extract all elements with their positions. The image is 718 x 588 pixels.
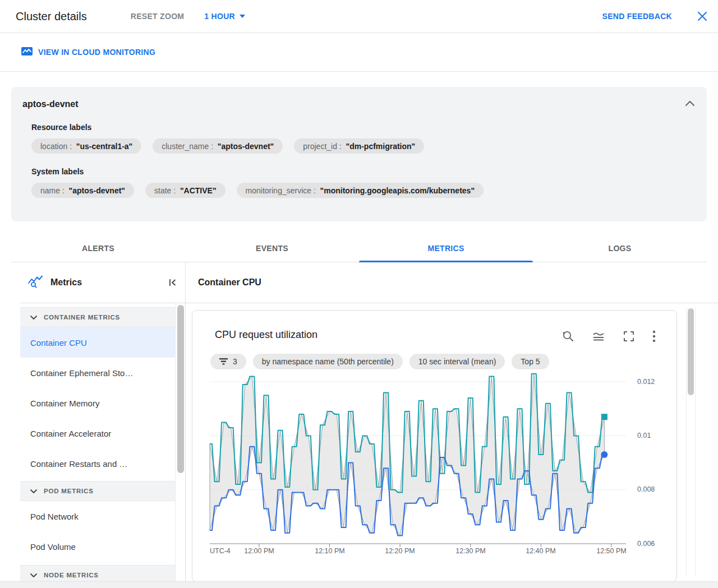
close-icon[interactable] <box>697 11 708 22</box>
sidebar-item-container-ephemeral-storage[interactable]: Container Ephemeral Sto… <box>20 358 176 388</box>
collapse-sidebar-icon[interactable] <box>168 278 177 287</box>
x-axis-tick: 12:30 PM <box>451 547 490 555</box>
sidebar-item-pod-volume[interactable]: Pod Volume <box>20 531 176 562</box>
chip-value: "aptos-devnet" <box>218 142 274 151</box>
x-axis-tick: 12:10 PM <box>310 547 349 555</box>
chip-value: "monitoring.googleapis.com/kubernetes" <box>320 186 475 195</box>
chip-key: project_id <box>303 142 346 151</box>
chart-filter-chips: 3 by namespace name (50th percentile) 10… <box>210 354 676 369</box>
sidebar-item-container-restarts[interactable]: Container Restarts and … <box>20 448 176 479</box>
sidebar-scrollbar-thumb[interactable] <box>177 305 184 473</box>
filter-count-chip[interactable]: 3 <box>210 354 246 369</box>
sidebar-header: Metrics <box>20 262 185 303</box>
main-panel: Container CPU CPU request utilization <box>186 262 718 583</box>
resource-labels-title: Resource labels <box>31 123 696 132</box>
sidebar-rows: CONTAINER METRICS Container CPU Containe… <box>20 307 176 583</box>
section-node-metrics[interactable]: NODE METRICS <box>20 565 176 583</box>
chip-key: state <box>154 186 180 195</box>
section-container-metrics[interactable]: CONTAINER METRICS <box>20 307 176 327</box>
label-chip-state[interactable]: state"ACTIVE" <box>145 183 225 198</box>
send-feedback-button[interactable]: SEND FEEDBACK <box>602 12 672 21</box>
chip-value: "us-central1-a" <box>76 142 132 151</box>
monitoring-chart-icon <box>21 47 33 57</box>
metrics-icon <box>28 275 43 290</box>
page-bottom-strip <box>0 581 718 588</box>
header: Cluster details RESET ZOOM 1 HOUR SEND F… <box>0 0 718 33</box>
sidebar-title: Metrics <box>50 277 82 288</box>
chip-key: name <box>40 186 69 195</box>
metrics-sidebar: Metrics CONTAINER METRICS Container CPU … <box>20 262 186 583</box>
chevron-up-icon[interactable] <box>685 98 694 108</box>
cluster-details-panel: Cluster details RESET ZOOM 1 HOUR SEND F… <box>0 0 718 588</box>
chart-plot[interactable]: UTC-4 12:00 PM 12:10 PM 12:20 PM 12:30 P… <box>210 369 626 544</box>
section-pod-metrics[interactable]: POD METRICS <box>20 481 176 501</box>
more-options-icon[interactable] <box>652 330 656 343</box>
system-labels-row: name"aptos-devnet" state"ACTIVE" monitor… <box>31 183 696 198</box>
label-chip-name[interactable]: name"aptos-devnet" <box>31 183 134 198</box>
sidebar-body: CONTAINER METRICS Container CPU Containe… <box>20 303 185 583</box>
sidebar-item-container-accelerator[interactable]: Container Accelerator <box>20 418 176 448</box>
top5-chip[interactable]: Top 5 <box>512 354 549 369</box>
metrics-content: Metrics CONTAINER METRICS Container CPU … <box>20 262 718 583</box>
label-chip-location[interactable]: location"us-central1-a" <box>31 138 141 154</box>
y-axis-tick: 0.01 <box>637 432 671 439</box>
area-chart-icon[interactable] <box>592 330 605 343</box>
section-label: POD METRICS <box>44 488 94 494</box>
chip-key: monitoring_service <box>246 186 320 195</box>
tab-alerts[interactable]: ALERTS <box>11 235 185 262</box>
chevron-down-icon <box>30 316 37 320</box>
chevron-down-icon <box>240 15 245 18</box>
chip-value: "ACTIVE" <box>180 186 217 195</box>
section-label: CONTAINER METRICS <box>44 314 120 321</box>
x-axis-tick: 12:50 PM <box>592 547 631 555</box>
chip-key: cluster_name <box>162 142 218 151</box>
label-chip-cluster-name[interactable]: cluster_name"aptos-devnet" <box>153 138 283 154</box>
x-axis-tick: 12:20 PM <box>380 547 420 555</box>
tab-events[interactable]: EVENTS <box>185 235 359 262</box>
x-axis-timezone: UTC-4 <box>210 547 238 555</box>
fullscreen-icon[interactable] <box>622 330 636 343</box>
view-in-cloud-monitoring-label: VIEW IN CLOUD MONITORING <box>38 48 155 57</box>
tab-bar: ALERTS EVENTS METRICS LOGS <box>11 235 707 262</box>
sidebar-scrollbar[interactable] <box>175 303 185 583</box>
time-range-dropdown[interactable]: 1 HOUR <box>204 12 245 21</box>
chip-value: "aptos-devnet" <box>69 186 125 195</box>
zoom-reset-icon[interactable] <box>561 330 575 343</box>
chip-value: "dm-pcfmigration" <box>346 142 416 151</box>
main-scrollbar-thumb[interactable] <box>688 308 694 395</box>
cluster-name: aptos-devnet <box>22 99 696 109</box>
tab-metrics[interactable]: METRICS <box>359 235 533 262</box>
groupby-chip[interactable]: by namespace name (50th percentile) <box>253 354 403 369</box>
x-axis-tick: 12:40 PM <box>521 547 560 555</box>
section-label: NODE METRICS <box>44 572 99 578</box>
filter-icon <box>219 358 228 365</box>
time-range-label: 1 HOUR <box>204 12 235 21</box>
page-title: Cluster details <box>16 10 87 23</box>
tab-logs[interactable]: LOGS <box>533 235 707 262</box>
label-chip-project-id[interactable]: project_id"dm-pcfmigration" <box>294 138 424 154</box>
reset-zoom-button[interactable]: RESET ZOOM <box>131 12 185 21</box>
chip-key: location <box>40 142 76 151</box>
cluster-summary-card: aptos-devnet Resource labels location"us… <box>11 87 707 221</box>
interval-chip[interactable]: 10 sec interval (mean) <box>409 354 505 369</box>
sidebar-item-pod-network[interactable]: Pod Network <box>20 501 176 531</box>
label-chip-monitoring-service[interactable]: monitoring_service"monitoring.googleapis… <box>237 183 484 198</box>
sidebar-item-container-cpu[interactable]: Container CPU <box>20 327 176 358</box>
chart-toolbar <box>561 330 656 343</box>
filter-count: 3 <box>233 357 237 366</box>
panel-title: Container CPU <box>186 262 718 303</box>
chart-canvas[interactable] <box>210 369 626 544</box>
x-axis-tick: 12:00 PM <box>240 547 279 555</box>
main-scrollbar[interactable] <box>686 307 696 575</box>
chevron-down-icon <box>30 573 37 577</box>
chart-card: CPU request utilization <box>192 310 677 582</box>
chevron-down-icon <box>30 489 37 493</box>
y-axis-tick: 0.008 <box>637 485 671 493</box>
y-axis-tick: 0.006 <box>637 540 671 548</box>
monitoring-bar: VIEW IN CLOUD MONITORING <box>0 33 718 72</box>
sidebar-item-container-memory[interactable]: Container Memory <box>20 388 176 418</box>
system-labels-title: System labels <box>31 167 696 176</box>
y-axis-tick: 0.012 <box>637 378 671 386</box>
resource-labels-row: location"us-central1-a" cluster_name"apt… <box>31 138 696 154</box>
view-in-cloud-monitoring-link[interactable]: VIEW IN CLOUD MONITORING <box>21 47 155 57</box>
